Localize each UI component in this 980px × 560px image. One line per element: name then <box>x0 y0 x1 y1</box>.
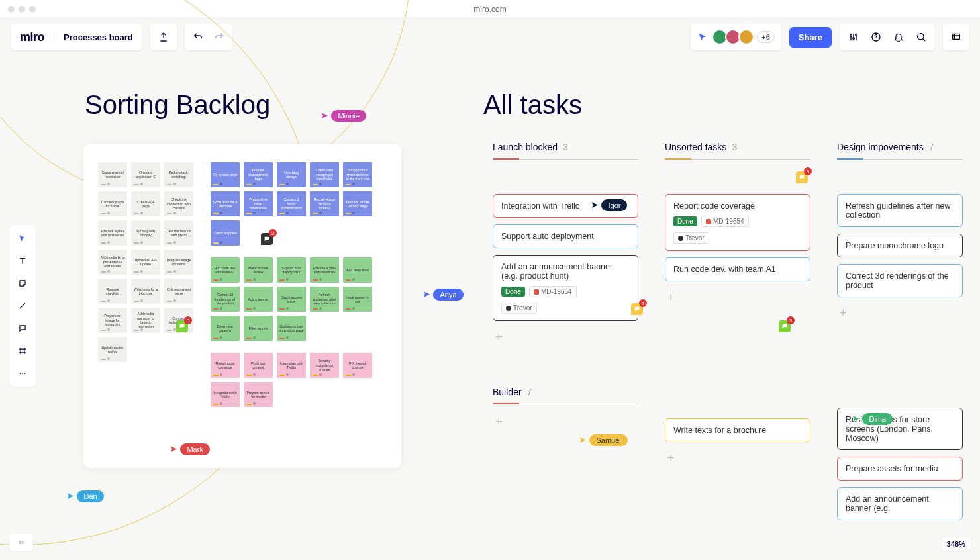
sticky-note[interactable]: Correct 3d renderings of the product <box>211 287 240 312</box>
sticky-tool[interactable] <box>13 274 32 293</box>
kanban-card[interactable]: Prepare monochrome logo <box>837 234 963 257</box>
avatar[interactable] <box>738 29 754 45</box>
sticky-note[interactable]: Fix bug with Shopify <box>131 220 160 246</box>
sticky-note[interactable]: Refresh guidelines after new collection <box>310 287 339 312</box>
sticky-note[interactable]: New blog design <box>277 162 306 187</box>
sticky-note[interactable]: Filter reports <box>244 316 273 341</box>
sticky-note[interactable]: Add deep links <box>343 257 372 283</box>
line-tool[interactable] <box>13 297 32 315</box>
sticky-note[interactable]: Create 404 page <box>131 191 160 216</box>
sticky-note[interactable]: Integrate image optimizer <box>164 250 193 275</box>
kanban-card[interactable]: Run code dev. with team A1 <box>665 257 810 281</box>
board-name[interactable]: Processes board <box>54 32 133 42</box>
sticky-note[interactable]: Legal review for site <box>343 287 372 312</box>
sticky-note[interactable]: Add a banner <box>244 287 273 312</box>
kanban-card[interactable]: Support auto deployment <box>493 224 638 248</box>
sticky-note[interactable]: Reduce task-switching <box>164 162 193 187</box>
sticky-note[interactable]: Check snippets <box>211 220 240 246</box>
sticky-note[interactable]: Push last content <box>244 353 273 378</box>
sticky-note[interactable]: Determine capacity <box>211 316 240 341</box>
frame-tool[interactable] <box>13 342 32 360</box>
col-title: Builder <box>493 387 522 397</box>
sticky-note[interactable]: Test the feature with photo <box>164 220 193 246</box>
add-card-button[interactable]: + <box>493 412 638 432</box>
sticky-note[interactable]: Prepare an image for instagram <box>98 308 127 333</box>
kanban-card[interactable]: Prepare assets for media <box>837 457 963 481</box>
comment-icon[interactable]: 5 <box>176 320 188 332</box>
add-card-button[interactable]: + <box>837 304 963 323</box>
help-icon[interactable] <box>866 32 886 42</box>
export-icon[interactable] <box>150 32 177 42</box>
sticky-note[interactable]: Prepare the initial wireframes <box>244 191 273 216</box>
sticky-note[interactable]: Connect plugin for social <box>98 191 127 216</box>
expand-button[interactable]: ›› <box>9 534 33 551</box>
comment-icon[interactable]: 3 <box>796 171 808 183</box>
comment-tool[interactable] <box>13 319 32 338</box>
add-card-button[interactable]: + <box>665 288 810 307</box>
undo-icon[interactable] <box>189 32 207 42</box>
add-card-button[interactable]: + <box>493 328 638 347</box>
sticky-note[interactable]: Report code coverage <box>211 353 240 378</box>
sticky-note[interactable]: Prepare a plan with deadlines <box>310 257 339 283</box>
miro-logo[interactable]: miro <box>20 30 44 44</box>
sticky-panel[interactable]: Connect email newsletterOnboard applicat… <box>83 144 401 468</box>
sticky-note[interactable]: Check the connection with camera <box>164 191 193 216</box>
avatars[interactable]: +6 <box>714 29 775 45</box>
sticky-note[interactable]: Security compliance prepare <box>310 353 339 378</box>
sticky-note[interactable]: Update cookie policy <box>98 337 127 362</box>
sticky-note[interactable]: Prepare assets for media <box>244 382 273 407</box>
sticky-note[interactable]: Release checklist <box>98 279 127 304</box>
sticky-note[interactable]: Run code dev. with team A1 <box>211 257 240 283</box>
sticky-note[interactable]: Make a code review <box>244 257 273 283</box>
sticky-note[interactable]: Prepare monochrome logo <box>244 162 273 187</box>
sticky-note[interactable]: Prepare for the second stage <box>343 191 372 216</box>
more-users-count[interactable]: +6 <box>757 31 775 43</box>
kanban-card[interactable]: Add an announcement banner (e.g. product… <box>493 255 638 321</box>
sticky-note[interactable]: Check data escaping in input fields <box>310 162 339 187</box>
sticky-note[interactable]: Add media manager to launch discussion <box>131 308 160 333</box>
comment-icon[interactable]: 2 <box>261 233 273 245</box>
sticky-note[interactable]: Fix system error <box>211 162 240 187</box>
sticky-note[interactable]: Connect 2 factor authentication <box>277 191 306 216</box>
sticky-note[interactable]: Onboard application C <box>131 162 160 187</box>
sticky-note[interactable]: Upload an API update <box>131 250 160 275</box>
zoom-level[interactable]: 348% <box>942 537 971 551</box>
cursor-mode-icon[interactable] <box>697 32 708 42</box>
kanban-card[interactable]: Add an announcement banner (e.g. <box>837 487 963 520</box>
kanban-card[interactable]: Write texts for a brochure <box>665 418 810 442</box>
text-tool[interactable] <box>13 252 32 270</box>
tag-done: Done <box>501 287 525 297</box>
sticky-note[interactable]: Support auto deployment <box>277 257 306 283</box>
kanban-card[interactable]: Refresh guidelines after new collection <box>837 194 963 227</box>
sticky-note[interactable]: Prepare a plan with milestones <box>98 220 127 246</box>
sticky-note[interactable]: Write texts for a brochure <box>211 191 240 216</box>
comment-icon[interactable]: 2 <box>631 303 643 315</box>
kanban-card[interactable]: Correct 3d renderings of the product <box>837 264 963 297</box>
sticky-note[interactable]: Add media kit to presentation with resul… <box>98 250 127 275</box>
sticky-note[interactable]: Online payment issue <box>164 279 193 304</box>
share-button[interactable]: Share <box>789 27 832 48</box>
add-card-button[interactable]: + <box>665 449 810 468</box>
sticky-note[interactable]: Check access issue <box>277 287 306 312</box>
sticky-note[interactable]: Update content on product page <box>277 316 306 341</box>
sticky-note[interactable]: Resize videos for store screens <box>310 191 339 216</box>
sticky-row: Determine capacityFilter reportsUpdate c… <box>211 316 372 341</box>
sticky-note[interactable]: PIX firewall change <box>343 353 372 378</box>
present-box[interactable] <box>943 24 969 50</box>
redo-icon[interactable] <box>210 32 228 42</box>
sticky-note[interactable]: Connect email newsletter <box>98 162 127 187</box>
tag-issue: MD-19654 <box>701 216 749 227</box>
search-icon[interactable] <box>911 32 931 42</box>
sticky-note[interactable]: Integration with Trello <box>211 382 240 407</box>
tag-issue: MD-19654 <box>529 286 577 297</box>
kanban-card[interactable]: Report code coverage Done MD-19654 Trevo… <box>665 194 810 251</box>
sticky-note[interactable]: Write texts for a brochure <box>131 279 160 304</box>
sticky-note[interactable]: Integration with Twillio <box>277 353 306 378</box>
bell-icon[interactable] <box>889 32 908 42</box>
select-tool[interactable] <box>13 229 32 248</box>
more-tools[interactable] <box>13 364 32 383</box>
sticky-note[interactable]: Bring product characteristics to the fro… <box>343 162 372 187</box>
canvas[interactable]: Sorting Backlog All tasks Connect email … <box>0 56 980 560</box>
comment-icon[interactable]: 3 <box>779 320 791 332</box>
settings-icon[interactable] <box>844 32 863 42</box>
